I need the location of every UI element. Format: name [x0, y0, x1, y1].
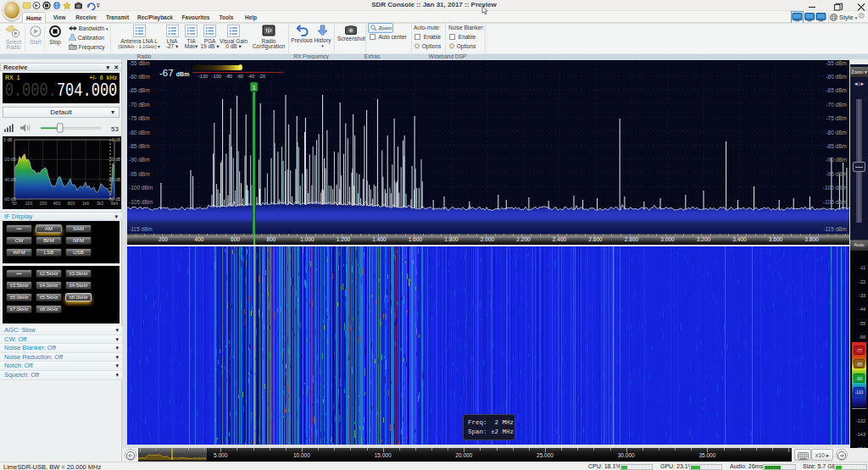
svg-text:800: 800	[68, 201, 75, 206]
svg-text:-105 dBm: -105 dBm	[129, 199, 153, 205]
svg-text:-115 dBm: -115 dBm	[129, 226, 153, 232]
svg-text:-20 dB: -20 dB	[108, 157, 120, 162]
svg-text:-90 dBm: -90 dBm	[129, 157, 150, 163]
svg-text:-105 dBm: -105 dBm	[823, 199, 847, 205]
svg-text:-40 dB: -40 dB	[108, 177, 120, 182]
svg-text:50: 50	[12, 201, 17, 206]
svg-text:-80 dBm: -80 dBm	[129, 130, 150, 135]
svg-text:-55 dBm: -55 dBm	[826, 60, 847, 66]
svg-text:-90 dBm: -90 dBm	[826, 157, 847, 163]
svg-text:3k2: 3k2	[97, 201, 103, 206]
svg-text:-85 dBm: -85 dBm	[826, 143, 847, 149]
svg-text:-80 dBm: -80 dBm	[826, 130, 847, 135]
svg-text:-100 dBm: -100 dBm	[129, 185, 153, 191]
svg-text:-20 dB: -20 dB	[3, 157, 16, 162]
svg-text:53: 53	[111, 125, 119, 133]
svg-text:1k6: 1k6	[82, 201, 89, 206]
svg-text:-40 dB: -40 dB	[3, 177, 16, 182]
svg-text:0 dB: 0 dB	[112, 137, 121, 142]
svg-text:-55 dBm: -55 dBm	[129, 60, 150, 66]
svg-text:0 dB: 0 dB	[3, 137, 13, 142]
svg-text:-70 dBm: -70 dBm	[129, 102, 150, 108]
svg-text:-85 dBm: -85 dBm	[129, 143, 150, 149]
svg-text:-100 dBm: -100 dBm	[823, 185, 847, 191]
svg-text:-60 dBm: -60 dBm	[826, 74, 847, 80]
svg-text:100: 100	[25, 201, 33, 206]
svg-text:-65 dBm: -65 dBm	[826, 87, 847, 93]
svg-text:200: 200	[40, 201, 47, 206]
svg-text:400: 400	[53, 201, 61, 206]
svg-text:6k4: 6k4	[111, 201, 118, 206]
svg-text:-60 dBm: -60 dBm	[129, 74, 150, 80]
svg-text:-75 dBm: -75 dBm	[129, 115, 150, 121]
svg-text:-70 dBm: -70 dBm	[826, 102, 847, 108]
svg-text:-115 dBm: -115 dBm	[823, 226, 847, 232]
svg-text:-95 dBm: -95 dBm	[826, 171, 847, 177]
svg-text:1: 1	[253, 85, 256, 91]
svg-text:-95 dBm: -95 dBm	[129, 171, 150, 177]
svg-text:-75 dBm: -75 dBm	[826, 115, 847, 121]
svg-text:-65 dBm: -65 dBm	[129, 87, 150, 93]
